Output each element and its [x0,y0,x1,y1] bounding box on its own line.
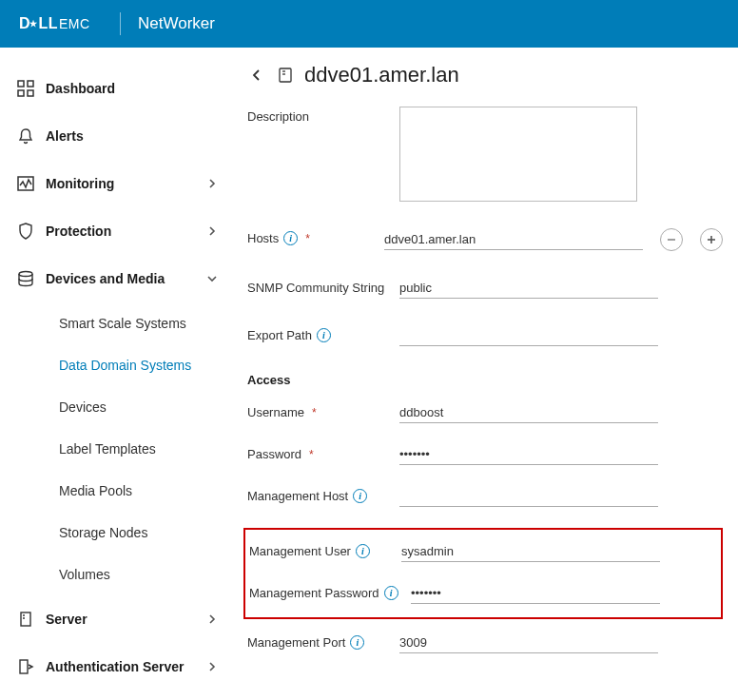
label-mgmt-user: Management User i [249,541,401,558]
section-access: Access [247,373,723,387]
svg-rect-5 [18,90,24,96]
page-title: ddve01.amer.lan [304,63,459,88]
auth-icon [15,656,36,677]
title-bar: ddve01.amer.lan [247,63,723,88]
subitem-storage-nodes[interactable]: Storage Nodes [10,512,224,554]
info-icon[interactable]: i [350,635,364,650]
label-mgmt-host: Management Host i [247,486,399,503]
dashboard-icon [15,78,36,99]
nav-label: Devices and Media [46,271,207,286]
row-mgmt-user: Management User i [249,541,709,562]
mgmt-user-input[interactable] [401,541,660,562]
required-marker: * [305,232,310,245]
label-username: Username * [247,402,399,419]
remove-host-button[interactable] [660,228,683,251]
nav-label: Authentication Server [46,659,207,674]
label-hosts: Hosts i * [247,228,384,245]
chevron-right-icon [207,226,217,236]
header-divider [120,12,121,35]
mgmt-port-input[interactable] [399,632,658,653]
back-button[interactable] [247,66,266,85]
row-snmp: SNMP Community String [247,278,723,299]
sidebar: Dashboard Alerts Monitoring Protection D… [0,48,228,700]
main-content: ddve01.amer.lan Description Hosts i * SN… [228,48,738,700]
svg-rect-4 [28,81,33,87]
nav-label: Monitoring [46,176,207,191]
label-mgmt-port: Management Port i [247,632,399,650]
nav-label: Dashboard [46,81,217,96]
subitem-label-templates[interactable]: Label Templates [10,428,224,470]
sidebar-item-protection[interactable]: Protection [10,207,224,255]
description-textarea[interactable] [399,107,637,202]
device-icon [276,66,295,85]
row-password: Password * [247,444,723,465]
mgmt-host-input[interactable] [399,486,658,507]
subitem-volumes[interactable]: Volumes [10,554,224,595]
row-mgmt-port: Management Port i [247,632,723,653]
label-description: Description [247,107,399,124]
svg-text:⋆LL: ⋆LL [29,15,58,31]
nav-label: Server [46,612,207,627]
info-icon[interactable]: i [317,328,331,342]
top-bar: D⋆LLEMC NetWorker [0,0,738,48]
subitem-devices[interactable]: Devices [10,386,224,428]
label-export: Export Path i [247,325,399,342]
product-name: NetWorker [138,14,215,33]
stack-icon [15,268,36,289]
row-username: Username * [247,402,723,423]
server-icon [15,609,36,630]
sidebar-item-devices-media[interactable]: Devices and Media [10,255,224,302]
info-icon[interactable]: i [384,586,398,600]
mgmt-password-input[interactable] [411,583,660,604]
row-mgmt-password: Management Password i [249,583,709,604]
snmp-input[interactable] [399,278,658,299]
password-input[interactable] [399,444,658,465]
sidebar-item-alerts[interactable]: Alerts [10,112,224,160]
svg-rect-12 [20,660,28,673]
label-mgmt-password: Management Password i [249,583,411,600]
highlighted-region: Management User i Management Password i [243,528,723,619]
svg-rect-6 [28,90,33,96]
info-icon[interactable]: i [353,489,367,503]
sidebar-item-auth-server[interactable]: Authentication Server [10,643,224,690]
sidebar-item-dashboard[interactable]: Dashboard [10,65,224,112]
shield-icon [15,221,36,242]
row-hosts: Hosts i * [247,228,723,251]
sidebar-item-monitoring[interactable]: Monitoring [10,160,224,207]
subitem-data-domain[interactable]: Data Domain Systems [10,344,224,386]
svg-text:EMC: EMC [59,16,90,31]
svg-rect-9 [21,612,30,626]
row-export: Export Path i [247,325,723,346]
chevron-down-icon [207,274,217,283]
brand-logo: D⋆LLEMC [19,15,103,32]
required-marker: * [312,406,317,419]
nav-label: Protection [46,224,207,239]
add-host-button[interactable] [700,228,723,251]
svg-rect-3 [18,81,24,87]
export-path-input[interactable] [399,325,658,346]
bell-icon [15,126,36,146]
monitoring-icon [15,173,36,194]
chevron-right-icon [207,662,217,671]
hosts-input[interactable] [384,229,643,250]
devices-subnav: Smart Scale Systems Data Domain Systems … [10,302,224,595]
label-snmp: SNMP Community String [247,278,399,295]
label-password: Password * [247,444,399,461]
info-icon[interactable]: i [356,544,370,558]
row-description: Description [247,107,723,202]
sidebar-item-server[interactable]: Server [10,595,224,643]
required-marker: * [309,448,314,461]
username-input[interactable] [399,402,658,423]
nav-label: Alerts [46,128,217,144]
row-mgmt-host: Management Host i [247,486,723,507]
chevron-right-icon [207,614,217,624]
subitem-smart-scale[interactable]: Smart Scale Systems [10,302,224,344]
info-icon[interactable]: i [283,231,298,245]
chevron-right-icon [207,179,217,188]
subitem-media-pools[interactable]: Media Pools [10,470,224,512]
svg-rect-13 [280,68,291,82]
svg-point-8 [19,272,32,277]
